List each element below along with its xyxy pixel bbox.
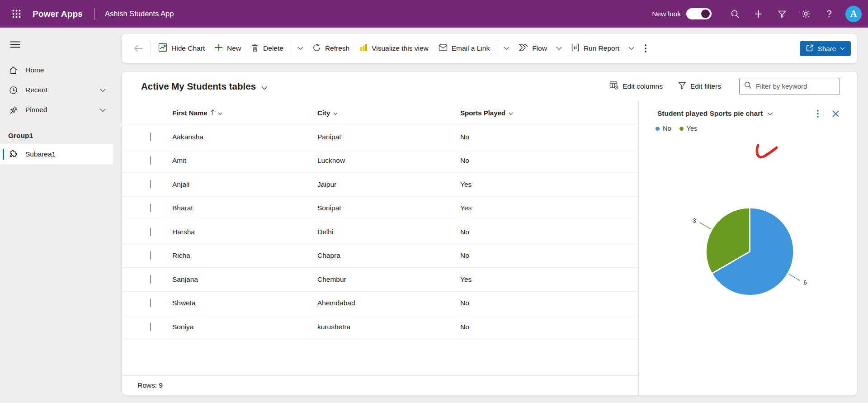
row-checkbox[interactable] — [150, 299, 151, 307]
settings-gear-icon[interactable] — [794, 4, 817, 24]
table-row[interactable]: Bharat Sonipat Yes — [122, 197, 638, 221]
table-row[interactable]: Anjali Jaipur Yes — [122, 173, 638, 197]
back-button[interactable] — [128, 39, 148, 57]
cell-sports-played: No — [460, 156, 623, 165]
table-row[interactable]: Soniya kurushetra No — [122, 315, 638, 339]
pie-chart[interactable]: 63 — [639, 128, 858, 395]
cell-city: Lucknow — [317, 156, 460, 165]
sidebar-item-label: Pinned — [25, 106, 47, 114]
pie-data-label: 3 — [693, 217, 696, 224]
delete-button[interactable]: Delete — [246, 39, 288, 57]
row-checkbox[interactable] — [150, 204, 151, 212]
table-row[interactable]: Aakansha Panipat No — [122, 125, 638, 149]
column-header-city[interactable]: City — [317, 109, 460, 117]
run-report-button[interactable]: Run Report — [566, 39, 624, 57]
cell-city: Jaipur — [317, 180, 460, 189]
flow-button[interactable]: Flow — [514, 39, 552, 57]
toolbar-divider — [497, 42, 497, 55]
cell-first-name: Harsha — [172, 228, 317, 236]
row-checkbox[interactable] — [150, 180, 151, 189]
cell-sports-played: Yes — [460, 204, 623, 212]
header-divider — [94, 8, 95, 20]
pie-callout-line — [788, 274, 800, 281]
more-commands-icon[interactable] — [638, 39, 653, 57]
share-button[interactable]: Share — [800, 41, 851, 56]
cell-first-name: Aakansha — [172, 133, 317, 141]
app-name: Ashish Students App — [105, 9, 174, 18]
table-row[interactable]: Richa Chapra No — [122, 244, 638, 268]
chevron-down-icon — [333, 109, 338, 117]
new-look-label: New look — [652, 10, 681, 18]
puzzle-icon — [8, 150, 18, 159]
filter-keyword-input[interactable] — [756, 82, 835, 90]
brand-title[interactable]: Power Apps — [33, 9, 83, 19]
table-row[interactable]: Amit Lucknow No — [122, 149, 638, 173]
chart-close-icon[interactable] — [832, 110, 839, 117]
cell-first-name: Soniya — [172, 323, 317, 331]
table-row[interactable]: Shweta Ahemdabad No — [122, 292, 638, 316]
sidebar-item-pinned[interactable]: Pinned — [0, 100, 113, 120]
run-report-chevron[interactable] — [624, 39, 638, 57]
cell-city: kurushetra — [317, 323, 460, 331]
flow-icon — [519, 43, 528, 53]
pie-data-label: 6 — [803, 279, 807, 286]
cell-city: Panipat — [317, 133, 460, 141]
cell-first-name: Amit — [172, 156, 317, 165]
chart-more-options-icon[interactable] — [817, 110, 819, 118]
view-selector[interactable]: Active My Students tables — [141, 80, 268, 92]
funnel-icon — [678, 81, 686, 91]
edit-columns-button[interactable]: Edit columns — [604, 78, 668, 95]
column-header-sports-played[interactable]: Sports Played — [460, 109, 623, 117]
email-icon — [439, 44, 448, 53]
chevron-down-icon — [509, 109, 513, 117]
row-checkbox[interactable] — [150, 275, 151, 284]
pin-icon — [8, 106, 18, 114]
row-checkbox[interactable] — [150, 133, 151, 141]
new-button[interactable]: New — [210, 39, 246, 57]
sidebar-item-recent[interactable]: Recent — [0, 80, 113, 100]
filter-icon[interactable] — [770, 4, 794, 24]
app-header: Power Apps Ashish Students App New look — [0, 0, 868, 28]
grid-header-row: First Name City Sports Played — [122, 100, 638, 125]
hamburger-menu-icon[interactable] — [8, 38, 22, 51]
cell-sports-played: No — [460, 299, 623, 307]
add-icon[interactable] — [747, 4, 770, 24]
cell-first-name: Sanjana — [172, 275, 317, 284]
sidebar-group-label: Group1 — [0, 120, 113, 144]
more-commands-chevron[interactable] — [500, 39, 514, 57]
sidebar-item-label: Home — [25, 66, 44, 74]
report-icon — [571, 43, 580, 53]
waffle-menu-icon[interactable] — [6, 4, 26, 24]
column-header-first-name[interactable]: First Name — [172, 109, 317, 117]
row-checkbox[interactable] — [150, 228, 151, 236]
help-icon[interactable]: ? — [817, 4, 841, 24]
more-commands-chevron[interactable] — [293, 39, 307, 57]
avatar[interactable]: A — [845, 6, 862, 22]
new-look-toggle[interactable] — [686, 8, 712, 19]
chevron-down-icon[interactable] — [100, 106, 106, 114]
table-row[interactable]: Harsha Delhi No — [122, 220, 638, 244]
search-icon[interactable] — [723, 4, 747, 24]
chart-selector[interactable]: Student played Sports pie chart — [657, 109, 773, 118]
filter-keyword-box[interactable] — [739, 78, 840, 95]
row-checkbox[interactable] — [150, 251, 151, 260]
row-checkbox[interactable] — [150, 322, 151, 331]
trash-icon — [251, 43, 259, 54]
edit-filters-button[interactable]: Edit filters — [673, 78, 726, 95]
visualize-view-button[interactable]: Visualize this view — [354, 39, 434, 57]
sidebar-item-home[interactable]: Home — [0, 60, 113, 80]
email-link-button[interactable]: Email a Link — [434, 39, 495, 57]
row-checkbox[interactable] — [150, 156, 151, 165]
flow-chevron[interactable] — [552, 39, 566, 57]
refresh-button[interactable]: Refresh — [307, 39, 354, 57]
table-body: Aakansha Panipat No Amit Lucknow No Anja… — [122, 125, 638, 339]
share-chevron-icon — [840, 47, 845, 50]
powerbi-icon — [359, 43, 368, 53]
sidebar-item-subarea1[interactable]: Subarea1 — [0, 144, 113, 164]
table-row[interactable]: Sanjana Chembur Yes — [122, 268, 638, 292]
toolbar-divider — [151, 42, 151, 55]
hide-chart-button[interactable]: Hide Chart — [153, 39, 210, 57]
refresh-icon — [312, 43, 321, 54]
chevron-down-icon[interactable] — [100, 86, 106, 94]
cell-first-name: Richa — [172, 251, 317, 260]
